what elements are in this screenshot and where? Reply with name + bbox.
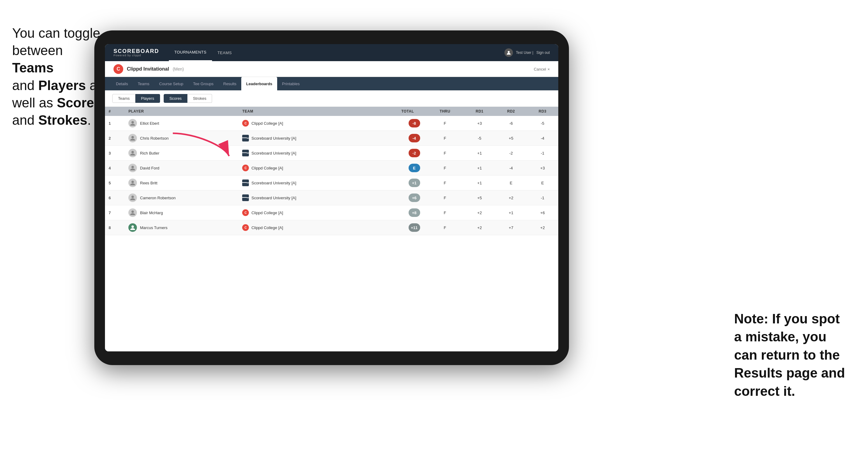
- tablet-frame: SCOREBOARD Powered by clippd TOURNAMENTS…: [94, 30, 569, 365]
- tablet-screen: SCOREBOARD Powered by clippd TOURNAMENTS…: [105, 44, 558, 351]
- cell-rd2: -4: [495, 161, 527, 176]
- cell-rank: 2: [105, 131, 125, 146]
- header-user-label: Test User |: [516, 51, 533, 55]
- table-row: 4David FordCClippd College [A]EF+1-4+3: [105, 161, 558, 176]
- cell-total: +1: [367, 176, 426, 190]
- svg-point-1: [131, 121, 134, 124]
- cell-total: E: [367, 161, 426, 176]
- cell-player: David Ford: [125, 161, 239, 176]
- tab-tee-groups[interactable]: Tee Groups: [188, 77, 218, 90]
- tab-details[interactable]: Details: [111, 77, 133, 90]
- left-annotation: You can toggle between Teams and Players…: [12, 24, 106, 129]
- svg-point-8: [131, 225, 134, 228]
- cell-thru: F: [426, 146, 464, 161]
- table-row: 8Marcus TurnersCClippd College [A]+11F+2…: [105, 220, 558, 235]
- cell-total: -8: [367, 116, 426, 131]
- table-row: 5Rees BrittScoreboard University [A]+1F+…: [105, 176, 558, 190]
- toggle-scores[interactable]: Scores: [164, 94, 187, 103]
- svg-point-3: [131, 151, 134, 153]
- annotation-period: .: [87, 113, 91, 127]
- table-row: 7Blair McHargCClippd College [A]+8F+2+1+…: [105, 205, 558, 220]
- svg-point-2: [131, 136, 134, 138]
- cell-player: Marcus Turners: [125, 220, 239, 235]
- score-badge: +8: [409, 209, 420, 217]
- player-name: David Ford: [140, 166, 159, 170]
- scoreboard-logo: SCOREBOARD Powered by clippd: [114, 49, 159, 57]
- leaderboard-content: Teams Players Scores Strokes: [105, 90, 558, 351]
- tab-course-setup[interactable]: Course Setup: [154, 77, 188, 90]
- team-name: Clippd College [A]: [251, 166, 283, 170]
- cell-player: Chris Robertson: [125, 131, 239, 146]
- annotation-and2: and: [12, 113, 38, 127]
- tab-leaderboards[interactable]: Leaderboards: [241, 77, 277, 90]
- team-name: Scoreboard University [A]: [251, 196, 296, 200]
- cell-rd3: -4: [527, 131, 558, 146]
- col-rd2: RD2: [495, 107, 527, 116]
- cell-rd3: -1: [527, 146, 558, 161]
- team-name: Scoreboard University [A]: [251, 151, 296, 155]
- svg-point-6: [131, 196, 134, 198]
- svg-point-0: [508, 51, 509, 53]
- cell-team: CClippd College [A]: [239, 116, 367, 131]
- cell-rd3: -5: [527, 116, 558, 131]
- annotation-well: well as: [12, 95, 57, 110]
- cell-rd2: -6: [495, 116, 527, 131]
- col-team: TEAM: [239, 107, 367, 116]
- cell-team: CClippd College [A]: [239, 220, 367, 235]
- cell-player: Blair McHarg: [125, 205, 239, 220]
- col-rank: #: [105, 107, 125, 116]
- cell-thru: F: [426, 205, 464, 220]
- tab-teams[interactable]: Teams: [133, 77, 154, 90]
- toggle-teams[interactable]: Teams: [112, 94, 135, 103]
- cell-rd3: +2: [527, 220, 558, 235]
- user-avatar: [504, 49, 513, 57]
- right-annotation: Note: If you spot a mistake, you can ret…: [734, 310, 850, 400]
- player-name: Blair McHarg: [140, 211, 163, 215]
- cell-rd2: E: [495, 176, 527, 190]
- cell-rd1: +2: [464, 205, 495, 220]
- cell-team: Scoreboard University [A]: [239, 146, 367, 161]
- results-bold: Results: [734, 365, 782, 380]
- score-badge: E: [409, 164, 420, 172]
- annotation-and1: and: [12, 78, 38, 93]
- team-name: Clippd College [A]: [251, 121, 283, 126]
- annotation-bold1: Teams: [12, 60, 54, 75]
- cell-rd2: +2: [495, 190, 527, 205]
- cell-rank: 1: [105, 116, 125, 131]
- cell-rd1: +1: [464, 176, 495, 190]
- cell-rank: 7: [105, 205, 125, 220]
- cancel-area[interactable]: Cancel ×: [534, 66, 550, 72]
- score-badge: +6: [409, 193, 420, 202]
- toggle-players[interactable]: Players: [135, 94, 160, 103]
- cancel-label: Cancel: [534, 67, 546, 71]
- player-name: Elliot Ebert: [140, 121, 159, 126]
- cell-rd3: +6: [527, 205, 558, 220]
- cell-rd2: -2: [495, 146, 527, 161]
- cell-rd3: -1: [527, 190, 558, 205]
- col-rd3: RD3: [527, 107, 558, 116]
- tournament-logo: C: [114, 64, 123, 74]
- cell-thru: F: [426, 190, 464, 205]
- app-header: SCOREBOARD Powered by clippd TOURNAMENTS…: [105, 44, 558, 61]
- tab-results[interactable]: Results: [218, 77, 241, 90]
- annotation-line1: You can toggle: [12, 26, 100, 40]
- close-icon: ×: [547, 67, 550, 71]
- col-thru: THRU: [426, 107, 464, 116]
- player-name: Rich Butler: [140, 151, 159, 155]
- nav-tournaments[interactable]: TOURNAMENTS: [169, 44, 212, 61]
- table-row: 3Rich ButlerScoreboard University [A]-2F…: [105, 146, 558, 161]
- table-container: # PLAYER TEAM TOTAL THRU RD1 RD2 RD3 1El…: [105, 107, 558, 351]
- table-row: 6Cameron RobertsonScoreboard University …: [105, 190, 558, 205]
- tournament-name: Clippd Invitational: [127, 66, 169, 72]
- player-name: Chris Robertson: [140, 136, 168, 141]
- team-name: Clippd College [A]: [251, 211, 283, 215]
- toggle-strokes[interactable]: Strokes: [187, 94, 212, 103]
- table-body: 1Elliot EbertCClippd College [A]-8F+3-6-…: [105, 116, 558, 235]
- svg-point-4: [131, 166, 134, 168]
- team-name: Scoreboard University [A]: [251, 181, 296, 185]
- cell-thru: F: [426, 131, 464, 146]
- sign-out-link[interactable]: Sign out: [536, 51, 550, 55]
- cell-rank: 4: [105, 161, 125, 176]
- nav-teams[interactable]: TEAMS: [212, 44, 237, 61]
- tab-printables[interactable]: Printables: [277, 77, 305, 90]
